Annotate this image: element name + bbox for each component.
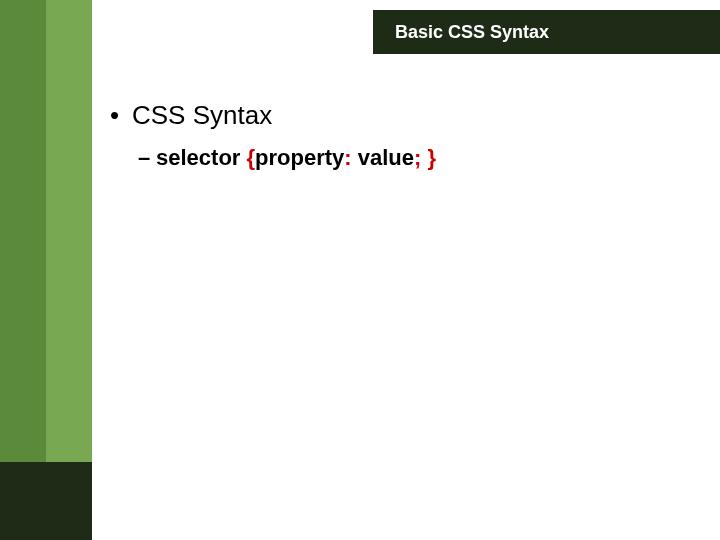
slide-title: Basic CSS Syntax bbox=[395, 22, 549, 43]
bullet-icon: • bbox=[110, 100, 132, 131]
sidebar-stripe-inner bbox=[46, 0, 92, 540]
dash-icon: – bbox=[138, 145, 156, 171]
bullet-item: • CSS Syntax bbox=[110, 100, 700, 131]
syntax-brace-close: } bbox=[427, 145, 436, 170]
syntax-colon: : bbox=[344, 145, 357, 170]
syntax-property: property bbox=[255, 145, 344, 170]
slide-title-bar: Basic CSS Syntax bbox=[373, 10, 720, 54]
syntax-value: value bbox=[358, 145, 414, 170]
syntax-line: selector {property: value; } bbox=[156, 145, 436, 171]
syntax-brace-open: { bbox=[247, 145, 256, 170]
syntax-semicolon: ; bbox=[414, 145, 427, 170]
subbullet-item: – selector {property: value; } bbox=[138, 145, 700, 171]
sidebar-bottom-block bbox=[0, 462, 92, 540]
syntax-selector: selector bbox=[156, 145, 247, 170]
slide-content: • CSS Syntax – selector {property: value… bbox=[110, 100, 700, 171]
sidebar-stripe-outer bbox=[0, 0, 46, 540]
bullet-text: CSS Syntax bbox=[132, 100, 272, 131]
